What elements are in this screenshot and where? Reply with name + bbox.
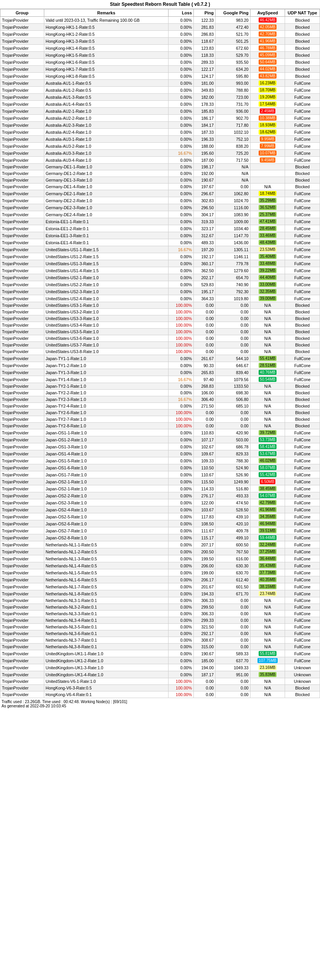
cell-ping: 106.00 <box>194 390 216 396</box>
cell-gping: 654.70 <box>216 274 250 281</box>
cell-loss: 0.00% <box>169 369 194 376</box>
cell-loss: 0.00% <box>169 513 194 520</box>
cell-speed: 41.96MB <box>250 506 285 513</box>
cell-remarks: Japan-OS2-2-Rate:1.0 <box>44 492 169 499</box>
cell-remarks: Netherlands-NL3-4-Rate:0.1 <box>44 617 169 624</box>
cell-nat: FullCone <box>285 513 320 520</box>
cell-ping: 199.00 <box>194 569 216 576</box>
table-row: TrojanProviderNetherlands-NL1-8-Rate:0.5… <box>0 590 320 597</box>
cell-ping: 0.00 <box>194 309 216 315</box>
cell-remarks: Japan-OS2-4-Rate:1.0 <box>44 506 169 513</box>
cell-gping: 616.00 <box>216 555 250 562</box>
table-row: TrojanProviderEstonia-EE1-2-Rate:0.10.00… <box>0 225 320 232</box>
cell-loss: 0.00% <box>169 520 194 527</box>
cell-nat: FullCone <box>285 597 320 604</box>
cell-loss: 100.00% <box>169 423 194 429</box>
cell-group: TrojanProvider <box>0 59 44 66</box>
cell-gping: 0.00 <box>216 302 250 309</box>
cell-remarks: Netherlands-NL1-2-Rate:0.5 <box>44 548 169 555</box>
cell-ping: 195.60 <box>194 150 216 157</box>
table-row: TrojanProviderJapan-OS2-6-Rate:1.00.00%1… <box>0 520 320 527</box>
cell-speed: N/A <box>250 678 285 685</box>
cell-ping: 529.83 <box>194 281 216 288</box>
cell-loss: 0.00% <box>169 464 194 471</box>
cell-loss: 0.00% <box>169 87 194 94</box>
table-row: TrojanProviderHongKong-V6-3-Rate:0.5100.… <box>0 685 320 691</box>
cell-group: TrojanProvider <box>0 177 44 184</box>
cell-nat: FullCone <box>285 157 320 164</box>
cell-loss: 16.67% <box>169 376 194 383</box>
cell-speed: 18.70MB <box>250 87 285 94</box>
cell-nat: Blocked <box>285 329 320 335</box>
cell-loss: 0.00% <box>169 362 194 369</box>
cell-loss: 100.00% <box>169 348 194 355</box>
cell-gping: 544.10 <box>216 355 250 362</box>
cell-nat: FullCone <box>285 136 320 143</box>
cell-group: TrojanProvider <box>0 534 44 541</box>
header-speed: AvgSpeed <box>250 9 285 17</box>
table-row: TrojanProviderHongKong-HK1-3-Rate:0.50.0… <box>0 38 320 45</box>
cell-speed: 9.95MB <box>250 136 285 143</box>
cell-gping: 0.00 <box>216 348 250 355</box>
cell-group: TrojanProvider <box>0 17 44 24</box>
cell-nat: FullCone <box>285 436 320 443</box>
cell-remarks: Japan-OS2-6-Rate:1.0 <box>44 520 169 527</box>
cell-remarks: UnitedStates-V6-1-Rate:1.0 <box>44 678 169 685</box>
cell-nat: FullCone <box>285 218 320 225</box>
cell-speed: 10.38MB <box>250 115 285 122</box>
cell-remarks: UnitedStates-US3-8-Rate:1.0 <box>44 348 169 355</box>
cell-nat: FullCone <box>285 541 320 548</box>
cell-nat: FullCone <box>285 617 320 624</box>
cell-nat: FullCone <box>285 281 320 288</box>
cell-group: TrojanProvider <box>0 31 44 38</box>
table-row: TrojanProviderUnitedStates-US3-2-Rate:1.… <box>0 309 320 315</box>
cell-gping: 839.40 <box>216 369 250 376</box>
cell-speed: 39.72MB <box>250 429 285 436</box>
cell-group: TrojanProvider <box>0 267 44 274</box>
cell-loss: 0.00% <box>169 164 194 170</box>
cell-nat: FullCone <box>285 246 320 253</box>
cell-nat: Blocked <box>285 52 320 59</box>
cell-gping: 0.00 <box>216 416 250 423</box>
table-row: TrojanProviderAustralia-AU1-3-Rate:0.50.… <box>0 94 320 101</box>
cell-nat: FullCone <box>285 288 320 295</box>
cell-ping: 123.83 <box>194 45 216 52</box>
cell-group: TrojanProvider <box>0 355 44 362</box>
cell-ping: 0.00 <box>194 423 216 429</box>
cell-loss: 100.00% <box>169 678 194 685</box>
cell-nat: Unknown <box>285 671 320 678</box>
cell-remarks: Japan-TY1-4-Rate:1.0 <box>44 376 169 383</box>
cell-ping: 206.17 <box>194 576 216 583</box>
cell-loss: 100.00% <box>169 309 194 315</box>
cell-nat: Blocked <box>285 309 320 315</box>
cell-remarks: Australia-AU1-2-Rate:0.5 <box>44 87 169 94</box>
cell-ping: 489.33 <box>194 239 216 246</box>
cell-gping: 634.20 <box>216 66 250 73</box>
cell-ping: 281.83 <box>194 24 216 31</box>
cell-nat: FullCone <box>285 429 320 436</box>
cell-speed: N/A <box>250 396 285 403</box>
cell-nat: FullCone <box>285 362 320 369</box>
cell-group: TrojanProvider <box>0 624 44 630</box>
cell-group: TrojanProvider <box>0 541 44 548</box>
cell-group: TrojanProvider <box>0 157 44 164</box>
cell-ping: 261.67 <box>194 355 216 362</box>
cell-ping: 197.20 <box>194 246 216 253</box>
cell-loss: 16.67% <box>169 246 194 253</box>
cell-nat: FullCone <box>285 650 320 657</box>
cell-gping: 472.40 <box>216 24 250 31</box>
cell-remarks: Netherlands-NL3-7-Rate:0.1 <box>44 637 169 644</box>
cell-speed: N/A <box>250 329 285 335</box>
cell-nat: Blocked <box>285 335 320 342</box>
cell-gping: 1146.11 <box>216 253 250 260</box>
cell-speed: N/A <box>250 184 285 190</box>
cell-nat: Blocked <box>285 322 320 329</box>
cell-ping: 118.33 <box>194 52 216 59</box>
cell-speed: N/A <box>250 410 285 416</box>
cell-gping: 528.50 <box>216 506 250 513</box>
table-row: TrojanProviderUnitedStates-US2-4-Rate:1.… <box>0 295 320 302</box>
cell-gping: 524.90 <box>216 464 250 471</box>
cell-group: TrojanProvider <box>0 611 44 617</box>
cell-speed: N/A <box>250 342 285 348</box>
cell-loss: 100.00% <box>169 410 194 416</box>
